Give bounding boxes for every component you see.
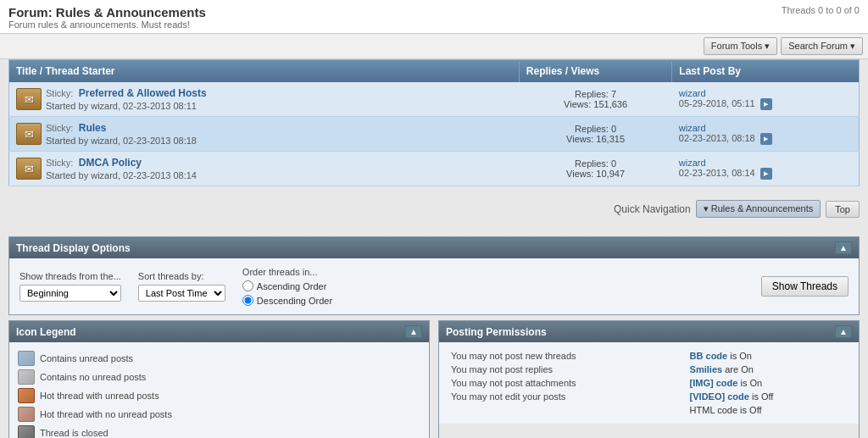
quick-nav-label: Quick Navigation bbox=[614, 203, 691, 215]
thread-icon bbox=[16, 123, 42, 145]
thread-icon bbox=[16, 158, 42, 180]
order-label: Order threads in... bbox=[242, 267, 332, 277]
last-post-user[interactable]: wizard bbox=[679, 88, 706, 98]
sort-by-select[interactable]: Last Post Time bbox=[138, 285, 225, 302]
table-row: Sticky: Rules Started by wizard, 02-23-2… bbox=[9, 117, 860, 152]
order-asc-radio[interactable] bbox=[242, 280, 253, 291]
show-threads-button[interactable]: Show Threads bbox=[761, 276, 849, 297]
thread-replies: Replies: 7 bbox=[526, 89, 665, 99]
sticky-label: Sticky: bbox=[46, 88, 73, 98]
col-lastpost: Last Post By bbox=[672, 60, 860, 83]
last-post-date: 02-23-2013, 08:18 bbox=[679, 133, 852, 145]
sticky-label: Sticky: bbox=[46, 158, 73, 168]
quick-navigation: Quick Navigation Rules & Announcements T… bbox=[0, 193, 868, 225]
thread-views: Views: 151,636 bbox=[526, 99, 665, 109]
col-replies: Replies / Views bbox=[519, 60, 672, 83]
perm-right: [VIDEO] code is Off bbox=[687, 390, 850, 403]
list-item: Thread is closed bbox=[18, 424, 420, 438]
table-row: You may not post replies Smilies are On bbox=[448, 363, 850, 376]
icon-legend: Icon Legend ▲ Contains unread posts Cont… bbox=[8, 320, 430, 438]
thread-icon bbox=[16, 88, 42, 110]
sticky-label: Sticky: bbox=[46, 123, 73, 133]
legend-item-label: Contains no unread posts bbox=[40, 372, 146, 382]
forum-title: Forum: Rules & Announcements bbox=[8, 5, 860, 19]
order-desc-label: Descending Order bbox=[257, 296, 332, 306]
forum-tools-button[interactable]: Forum Tools bbox=[704, 37, 777, 55]
legend-item-label: Thread is closed bbox=[40, 428, 108, 438]
thread-views: Views: 10,947 bbox=[526, 169, 665, 179]
search-forum-button[interactable]: Search Forum bbox=[781, 37, 863, 55]
posting-permissions-title: Posting Permissions bbox=[446, 326, 547, 338]
forum-title-right: Threads 0 to 0 of 0 bbox=[782, 5, 860, 15]
table-row: HTML code is Off bbox=[448, 403, 850, 417]
legend-icon bbox=[18, 425, 35, 438]
list-item: Hot thread with unread posts bbox=[18, 386, 420, 405]
last-post-user[interactable]: wizard bbox=[679, 123, 706, 133]
thread-replies: Replies: 0 bbox=[526, 124, 665, 134]
posting-permissions: Posting Permissions ▲ You may not post n… bbox=[438, 320, 860, 438]
list-item: Contains unread posts bbox=[18, 349, 420, 368]
icon-legend-title: Icon Legend bbox=[16, 326, 76, 338]
thread-views: Views: 16,315 bbox=[526, 134, 665, 144]
perm-right: Smilies are On bbox=[687, 363, 850, 376]
last-post-date: 05-29-2018, 05:11 bbox=[679, 98, 852, 110]
thread-display-options: Thread Display Options ▲ Show threads fr… bbox=[8, 236, 860, 315]
legend-item-label: Contains unread posts bbox=[40, 353, 133, 363]
thread-table: Title / Thread Starter Replies / Views L… bbox=[8, 59, 860, 186]
perm-left: You may not edit your posts bbox=[448, 390, 687, 403]
list-item: Hot thread with no unread posts bbox=[18, 405, 420, 424]
quick-nav-dropdown[interactable]: Rules & Announcements bbox=[696, 200, 821, 218]
order-asc-label: Ascending Order bbox=[257, 281, 327, 291]
thread-replies: Replies: 0 bbox=[526, 158, 665, 169]
col-title: Title / Thread Starter bbox=[9, 60, 520, 83]
perm-left: You may not post new threads bbox=[448, 349, 687, 363]
thread-starter: Started by wizard, 02-23-2013 08:14 bbox=[46, 170, 197, 180]
table-row: You may not post new threads BB code is … bbox=[448, 349, 850, 363]
goto-icon bbox=[760, 168, 772, 180]
perm-left bbox=[448, 403, 687, 417]
show-from-select[interactable]: Beginning bbox=[19, 285, 121, 302]
legend-icon bbox=[18, 351, 35, 366]
show-from-label: Show threads from the... bbox=[19, 271, 121, 281]
forum-description: Forum rules & announcements. Must reads! bbox=[8, 19, 860, 30]
perm-left: You may not post replies bbox=[448, 363, 687, 376]
legend-icon bbox=[18, 407, 35, 422]
perm-right: [IMG] code is On bbox=[687, 376, 850, 390]
permissions-table: You may not post new threads BB code is … bbox=[448, 349, 850, 417]
quick-nav-top[interactable]: Top bbox=[826, 201, 860, 218]
order-desc-radio[interactable] bbox=[242, 295, 253, 306]
thread-options-title: Thread Display Options bbox=[16, 242, 131, 254]
table-row: You may not edit your posts [VIDEO] code… bbox=[448, 390, 850, 403]
table-row: Sticky: DMCA Policy Started by wizard, 0… bbox=[9, 152, 860, 186]
icon-legend-collapse[interactable]: ▲ bbox=[405, 325, 422, 338]
goto-icon bbox=[760, 98, 772, 110]
perm-left: You may not post attachments bbox=[448, 376, 687, 390]
legend-item-label: Hot thread with no unread posts bbox=[40, 409, 172, 419]
thread-starter: Started by wizard, 02-23-2013 08:11 bbox=[46, 101, 207, 111]
posting-permissions-collapse[interactable]: ▲ bbox=[835, 325, 852, 338]
perm-right: BB code is On bbox=[687, 349, 850, 363]
thread-options-collapse[interactable]: ▲ bbox=[835, 241, 852, 254]
legend-icon bbox=[18, 369, 35, 385]
perm-right: HTML code is Off bbox=[687, 403, 850, 417]
thread-starter: Started by wizard, 02-23-2013 08:18 bbox=[46, 136, 197, 146]
goto-icon bbox=[760, 133, 772, 145]
sort-by-label: Sort threads by: bbox=[138, 271, 225, 281]
legend-icon bbox=[18, 388, 35, 403]
table-row: Sticky: Preferred & Allowed Hosts Starte… bbox=[9, 82, 860, 117]
last-post-user[interactable]: wizard bbox=[679, 158, 706, 168]
thread-link[interactable]: Rules bbox=[79, 122, 107, 134]
thread-link[interactable]: DMCA Policy bbox=[79, 157, 142, 169]
list-item: Contains no unread posts bbox=[18, 368, 420, 386]
legend-item-label: Hot thread with unread posts bbox=[40, 391, 159, 401]
thread-link[interactable]: Preferred & Allowed Hosts bbox=[79, 87, 207, 99]
last-post-date: 02-23-2013, 08:14 bbox=[679, 168, 852, 180]
table-row: You may not post attachments [IMG] code … bbox=[448, 376, 850, 390]
